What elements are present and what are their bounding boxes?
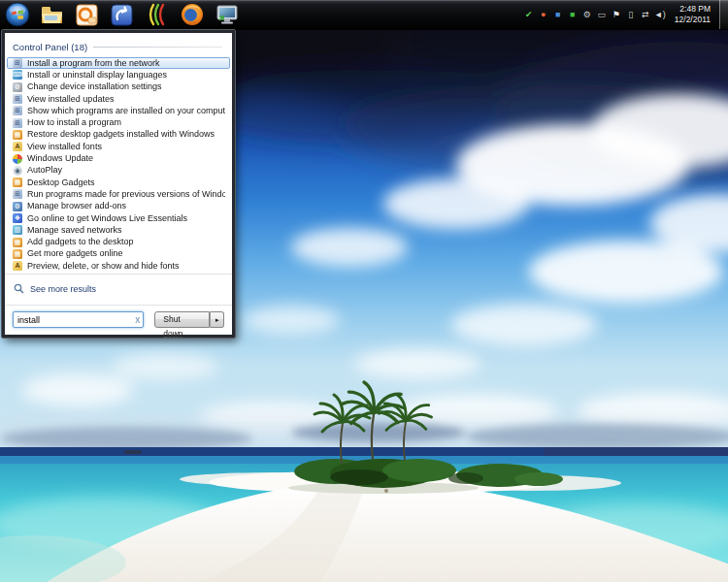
search-result-item[interactable]: ▦ Get more gadgets online <box>7 248 230 260</box>
shutdown-options-arrow[interactable]: ▸ <box>210 311 224 328</box>
search-input[interactable] <box>14 312 143 327</box>
display-tray-icon[interactable]: ▭ <box>596 7 608 22</box>
search-result-item[interactable]: Windows Update <box>7 152 230 164</box>
device-settings-icon: ⚙ <box>13 82 22 92</box>
search-result-item[interactable]: ⊞ Run programs made for previous version… <box>7 188 230 200</box>
search-result-item[interactable]: A View installed fonts <box>7 141 230 152</box>
clipboard-tray-icon[interactable]: ▯ <box>625 7 637 22</box>
tray-icons: ✔●■■⚙▭⚑▯⇄◄) <box>523 7 666 22</box>
search-footer: x Shut down ▸ <box>5 306 232 331</box>
gadgets-icon: ▦ <box>13 249 22 259</box>
search-result-item[interactable]: ⊞ View installed updates <box>7 93 230 105</box>
shutdown-split-button: Shut down ▸ <box>154 311 224 328</box>
program-install-icon: ⊞ <box>13 94 22 104</box>
search-result-item[interactable]: ⚙ Manage browser add-ons <box>7 201 230 212</box>
blue-app-icon[interactable]: ■ <box>552 7 564 22</box>
search-results: ⊞ Install a program from the network ⌨ I… <box>5 57 232 272</box>
addons-icon: ⚙ <box>13 202 22 211</box>
fonts-icon: A <box>13 261 22 271</box>
pc-check-icon[interactable]: ✔ <box>523 7 535 22</box>
taskbar-pinned-icons <box>0 2 240 28</box>
action-center-flag-icon[interactable]: ⚑ <box>611 7 622 22</box>
search-result-item[interactable]: ▦ Add gadgets to the desktop <box>7 236 230 247</box>
taskbar-clock[interactable]: 2:48 PM 12/2/2011 <box>675 4 711 25</box>
results-group-header: Control Panel (18) <box>5 39 232 57</box>
search-result-item[interactable]: ▦ Desktop Gadgets <box>7 177 230 188</box>
shutdown-button[interactable]: Shut down <box>154 311 210 328</box>
system-tray: ✔●■■⚙▭⚑▯⇄◄) 2:48 PM 12/2/2011 <box>523 0 728 29</box>
start-search-box[interactable]: x <box>13 311 144 328</box>
show-desktop-button[interactable] <box>719 0 728 29</box>
program-install-icon: ⊞ <box>13 189 22 199</box>
see-more-results-label: See more results <box>30 284 96 294</box>
remote-desktop-icon[interactable] <box>214 2 240 28</box>
live-essentials-icon: ❖ <box>13 213 22 223</box>
volume-icon[interactable]: ◄) <box>654 7 666 22</box>
search-result-item[interactable]: ⊞ Show which programs are installed on y… <box>7 105 230 116</box>
messenger-icon[interactable] <box>109 2 135 28</box>
clear-search-icon[interactable]: x <box>135 312 140 327</box>
see-more-results-link[interactable]: See more results <box>5 275 232 305</box>
search-result-item[interactable]: A Preview, delete, or show and hide font… <box>7 260 230 272</box>
firefox-icon[interactable] <box>179 2 205 28</box>
security-icon[interactable]: ● <box>538 7 549 22</box>
outlook-icon[interactable] <box>74 2 100 28</box>
clock-date: 12/2/2011 <box>675 15 711 25</box>
search-result-item[interactable]: ⊞ How to install a program <box>7 116 230 128</box>
languages-icon: ⌨ <box>13 70 22 80</box>
search-result-item[interactable]: ⊞ Install a program from the network <box>7 57 230 69</box>
networks-icon: ▥ <box>13 225 22 235</box>
windows-explorer-icon[interactable] <box>39 2 65 28</box>
search-result-item[interactable]: ⌨ Install or uninstall display languages <box>7 69 230 81</box>
media-app-icon[interactable] <box>144 2 170 28</box>
green-app-icon[interactable]: ■ <box>567 7 579 22</box>
program-install-icon: ⊞ <box>13 118 22 128</box>
search-result-item[interactable]: ▥ Manage saved networks <box>7 224 230 236</box>
search-result-item[interactable]: ❖ Go online to get Windows Live Essentia… <box>7 212 230 224</box>
search-icon <box>14 280 24 298</box>
gadgets-icon: ▦ <box>13 130 22 140</box>
gadgets-icon: ▦ <box>13 178 22 187</box>
start-search-panel: Control Panel (18) ⊞ Install a program f… <box>2 30 235 338</box>
program-install-icon: ⊞ <box>13 106 22 115</box>
program-install-icon: ⊞ <box>13 58 22 68</box>
group-header-label: Control Panel (18) <box>13 42 87 52</box>
clock-time: 2:48 PM <box>675 4 711 15</box>
search-result-item[interactable]: ▦ Restore desktop gadgets installed with… <box>7 129 230 141</box>
desktop: ✔●■■⚙▭⚑▯⇄◄) 2:48 PM 12/2/2011 Control Pa… <box>0 0 728 582</box>
search-result-item[interactable]: ◉ AutoPlay <box>7 165 230 177</box>
gear-tray-icon[interactable]: ⚙ <box>581 7 593 22</box>
autoplay-icon: ◉ <box>13 166 22 176</box>
gadgets-icon: ▦ <box>13 238 22 247</box>
sync-tray-icon[interactable]: ⇄ <box>640 7 651 22</box>
taskbar: ✔●■■⚙▭⚑▯⇄◄) 2:48 PM 12/2/2011 <box>0 0 728 30</box>
search-result-item[interactable]: ⚙ Change device installation settings <box>7 81 230 93</box>
group-header-rule <box>93 47 222 48</box>
windows-update-icon <box>13 154 22 164</box>
start-orb[interactable] <box>4 2 30 28</box>
fonts-icon: A <box>13 142 22 151</box>
